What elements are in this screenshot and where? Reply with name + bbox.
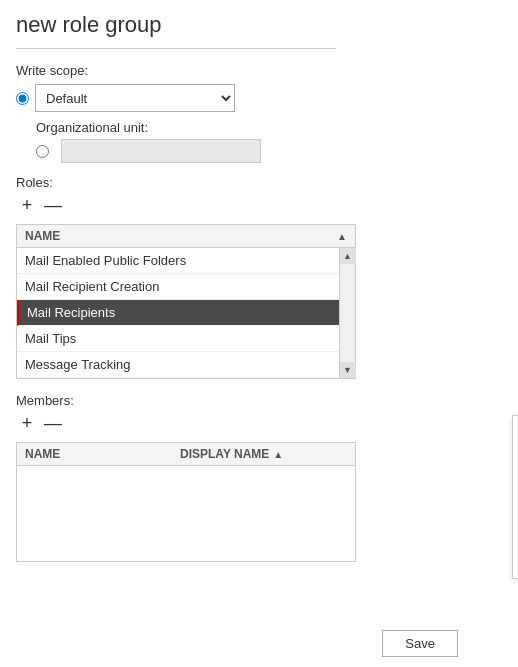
- table-row[interactable]: Mail Recipients: [17, 300, 339, 326]
- scroll-up-button[interactable]: ▲: [340, 248, 356, 264]
- write-scope-row: Default Custom: [16, 84, 502, 112]
- save-button[interactable]: Save: [382, 630, 458, 657]
- members-body: [17, 466, 355, 556]
- members-table: NAME DISPLAY NAME ▲: [16, 442, 356, 562]
- table-row[interactable]: Mail Tips: [17, 326, 339, 352]
- members-col-name: NAME: [25, 447, 180, 461]
- tooltip-box: Select the administrator roles that corr…: [512, 415, 518, 579]
- table-row[interactable]: Mail Enabled Public Folders: [17, 248, 339, 274]
- roles-table: NAME ▲ Mail Enabled Public Folders Mail …: [16, 224, 356, 379]
- table-row[interactable]: Message Tracking: [17, 352, 339, 378]
- sort-arrow-icon: ▲: [337, 231, 347, 242]
- scroll-down-button[interactable]: ▼: [340, 362, 356, 378]
- members-sort-arrow-icon: ▲: [273, 449, 283, 460]
- write-scope-label: Write scope:: [16, 63, 502, 78]
- org-unit-radio[interactable]: [36, 145, 49, 158]
- members-add-button[interactable]: +: [16, 412, 38, 434]
- members-remove-button[interactable]: —: [42, 412, 64, 434]
- roles-remove-button[interactable]: —: [42, 194, 64, 216]
- roles-add-button[interactable]: +: [16, 194, 38, 216]
- roles-label: Roles:: [16, 175, 502, 190]
- members-add-remove: + —: [16, 412, 502, 434]
- roles-add-remove: + —: [16, 194, 502, 216]
- org-unit-row: [36, 139, 502, 163]
- org-unit-input[interactable]: [61, 139, 261, 163]
- roles-table-body: Mail Enabled Public Folders Mail Recipie…: [17, 248, 339, 378]
- write-scope-radio[interactable]: [16, 92, 29, 105]
- write-scope-dropdown[interactable]: Default Custom: [35, 84, 235, 112]
- members-col-display: DISPLAY NAME ▲: [180, 447, 347, 461]
- roles-table-header: NAME ▲: [17, 225, 355, 248]
- page-container: new role group Write scope: Default Cust…: [0, 0, 518, 574]
- scroll-track: [340, 264, 355, 362]
- table-row[interactable]: Mail Recipient Creation: [17, 274, 339, 300]
- page-title: new role group: [16, 12, 502, 38]
- roles-col-name: NAME: [25, 229, 337, 243]
- roles-scrollbar[interactable]: ▲ ▼: [339, 248, 355, 378]
- members-section: Members: + — NAME DISPLAY NAME ▲: [16, 393, 502, 562]
- members-label: Members:: [16, 393, 502, 408]
- org-unit-label: Organizational unit:: [36, 120, 502, 135]
- divider: [16, 48, 336, 49]
- bottom-bar: Save: [382, 630, 458, 657]
- members-table-header: NAME DISPLAY NAME ▲: [17, 443, 355, 466]
